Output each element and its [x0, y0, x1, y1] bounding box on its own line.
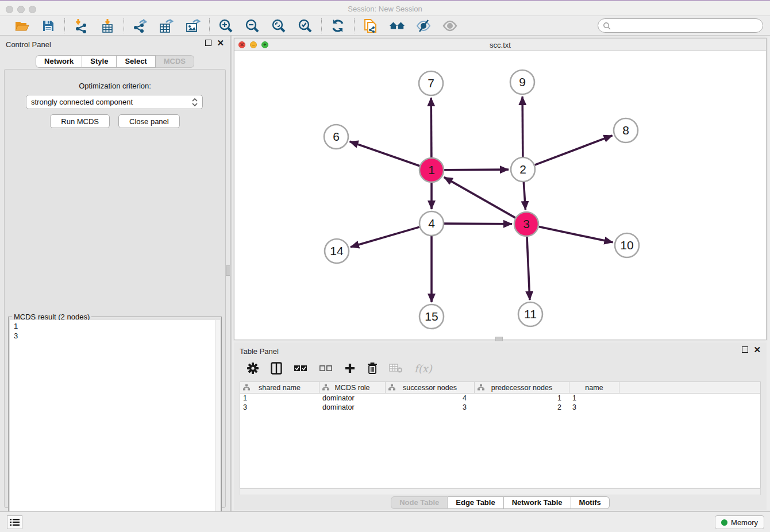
cell-predecessor-nodes[interactable]: 1: [475, 394, 569, 403]
node-label-14: 14: [330, 244, 344, 257]
float-panel-icon[interactable]: [205, 40, 211, 46]
node-label-2: 2: [519, 163, 526, 176]
add-column-button[interactable]: [344, 363, 356, 374]
edge-3-11[interactable]: [527, 237, 530, 300]
tab-mcds[interactable]: MCDS: [156, 55, 194, 68]
table-row-1[interactable]: 3dominator323: [240, 403, 760, 412]
cell-shared-name[interactable]: 3: [240, 403, 319, 412]
cell-successor-nodes[interactable]: 3: [386, 403, 475, 412]
mcds-result-group: MCDS result (2 nodes) 1 3: [8, 317, 222, 532]
table-row-0[interactable]: 1dominator411: [240, 394, 760, 403]
dropdown-stepper-icon: [192, 98, 198, 107]
column-header-predecessor-nodes[interactable]: predecessor nodes: [475, 382, 569, 393]
select-all-rows-button[interactable]: [294, 364, 307, 372]
run-mcds-button[interactable]: Run MCDS: [50, 114, 110, 128]
table-tab-edge-table[interactable]: Edge Table: [448, 496, 503, 509]
close-panel-icon[interactable]: ✕: [217, 40, 224, 46]
close-panel-button[interactable]: Close panel: [118, 114, 180, 128]
export-table-button[interactable]: [159, 18, 175, 34]
node-label-6: 6: [333, 130, 340, 143]
optimization-criterion-dropdown[interactable]: strongly connected component: [26, 95, 203, 109]
apply-layout-button[interactable]: [330, 18, 346, 34]
edge-2-8[interactable]: [535, 136, 613, 165]
tab-style[interactable]: Style: [82, 55, 117, 68]
show-all-networks-button[interactable]: [389, 18, 405, 34]
close-table-panel-icon[interactable]: ✕: [753, 346, 761, 353]
cell-predecessor-nodes[interactable]: 2: [475, 403, 569, 412]
tab-select[interactable]: Select: [117, 55, 155, 68]
column-header-name[interactable]: name: [569, 382, 619, 393]
delete-table-button[interactable]: [389, 363, 403, 373]
export-network-button[interactable]: [132, 18, 148, 34]
export-image-button[interactable]: [185, 18, 201, 34]
table-scrollbar[interactable]: [240, 488, 761, 495]
import-table-button[interactable]: [99, 18, 116, 34]
search-input[interactable]: [614, 21, 763, 30]
mcds-result-textarea[interactable]: 1 3: [10, 320, 220, 532]
export-table-icon: [159, 18, 175, 33]
checked-boxes-icon: [294, 364, 307, 372]
zoom-selected-icon: [298, 18, 313, 33]
cell-successor-nodes[interactable]: 4: [386, 394, 475, 403]
network-view-window: ✕ – + scc.txt 7968124314101511: [234, 38, 767, 340]
result-scrollbar[interactable]: [215, 320, 220, 532]
open-session-button[interactable]: [14, 18, 30, 34]
table-tab-network-table[interactable]: Network Table: [504, 496, 571, 509]
cell-MCDS-role[interactable]: dominator: [319, 394, 386, 403]
float-table-panel-icon[interactable]: [742, 346, 748, 353]
table-settings-button[interactable]: [247, 362, 259, 375]
show-panel-button[interactable]: [442, 18, 458, 34]
edge-4-3[interactable]: [444, 223, 512, 224]
column-header-MCDS-role[interactable]: MCDS role: [319, 382, 386, 393]
column-header-shared-name[interactable]: shared name: [240, 382, 319, 393]
clone-network-button[interactable]: [363, 18, 379, 34]
network-canvas[interactable]: 7968124314101511: [234, 51, 766, 340]
cell-name[interactable]: 3: [569, 403, 619, 412]
function-builder-button[interactable]: f(x): [414, 363, 432, 375]
edge-1-6[interactable]: [350, 141, 420, 165]
cell-name[interactable]: 1: [569, 394, 619, 403]
save-session-button[interactable]: [40, 18, 56, 34]
edge-2-3[interactable]: [523, 182, 525, 210]
dropdown-selected-value: strongly connected component: [31, 98, 192, 106]
control-panel-header: Control Panel ✕: [0, 36, 230, 53]
edge-2-9[interactable]: [522, 97, 523, 157]
memory-button[interactable]: Memory: [715, 515, 764, 529]
deselect-all-rows-button[interactable]: [319, 364, 333, 372]
task-history-button[interactable]: [7, 515, 22, 529]
vertical-splitter-grip[interactable]: [226, 265, 230, 276]
cell-shared-name[interactable]: 1: [240, 394, 319, 403]
eye-icon: [442, 19, 458, 33]
search-field[interactable]: [598, 18, 763, 33]
table-tab-node-table[interactable]: Node Table: [391, 496, 448, 509]
status-bar: Memory: [0, 511, 770, 532]
table-header-row: shared nameMCDS rolesuccessor nodesprede…: [240, 382, 760, 394]
toggle-columns-button[interactable]: [271, 362, 282, 375]
table-tab-motifs[interactable]: Motifs: [571, 496, 610, 509]
edge-1-7[interactable]: [431, 98, 432, 157]
column-header-successor-nodes[interactable]: successor nodes: [386, 382, 475, 393]
clone-network-icon: [363, 18, 378, 34]
zoom-fit-button[interactable]: [271, 18, 287, 34]
edge-3-1[interactable]: [444, 177, 515, 218]
node-label-1: 1: [428, 163, 435, 176]
import-table-icon: [100, 18, 115, 33]
delete-columns-button[interactable]: [367, 362, 378, 375]
mcds-result-values: 1 3: [10, 320, 220, 341]
network-window-title: scc.txt: [234, 41, 766, 49]
edge-4-14[interactable]: [351, 227, 419, 247]
column-tree-icon: [388, 384, 395, 391]
edge-3-10[interactable]: [539, 227, 613, 242]
zoom-selected-button[interactable]: [297, 18, 313, 34]
zoom-out-button[interactable]: [244, 18, 260, 34]
column-tree-icon: [478, 384, 484, 391]
cell-MCDS-role[interactable]: dominator: [319, 403, 386, 412]
tab-network[interactable]: Network: [36, 55, 82, 68]
hide-panel-button[interactable]: [415, 18, 432, 34]
node-label-9: 9: [519, 75, 526, 88]
import-network-button[interactable]: [73, 18, 89, 34]
zoom-in-button[interactable]: [218, 18, 234, 34]
node-table[interactable]: shared nameMCDS rolesuccessor nodesprede…: [240, 381, 761, 488]
edge-1-2[interactable]: [444, 169, 509, 170]
horizontal-splitter-grip[interactable]: [495, 337, 503, 341]
